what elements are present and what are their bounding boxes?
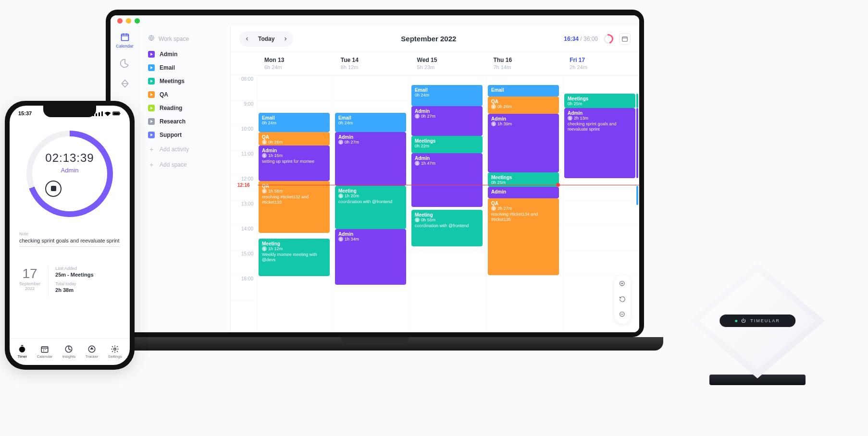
tab-tracker[interactable]: Tracker [86, 345, 99, 359]
day-column-mon[interactable]: Email0h 24mQA$0h 26mAdmin$1h 15msetting … [258, 75, 334, 332]
activity-item[interactable]: QA [144, 88, 225, 101]
today-button[interactable]: Today [253, 36, 279, 42]
activity-label: Support [160, 132, 182, 138]
calendar-event[interactable]: Admin [488, 187, 559, 198]
timer-value: 02:13:39 [45, 151, 94, 165]
event-title: Email [338, 115, 403, 121]
event-duration: $1h 12m [262, 246, 326, 251]
billable-icon: $ [491, 104, 496, 109]
add-activity-label: Add activity [160, 146, 189, 153]
event-title: Meeting [415, 212, 479, 218]
event-duration: $2h 13m [568, 116, 632, 121]
tab-settings[interactable]: Settings [108, 345, 122, 359]
billable-icon: $ [262, 246, 267, 251]
event-duration: 0h 22m [415, 144, 479, 148]
day-header[interactable]: Tue 148h 12m [334, 52, 410, 75]
day-column-tue[interactable]: Email0h 24mAdmin$0h 27mMeeting$1h 20mcoo… [334, 75, 410, 332]
activity-item[interactable]: Meetings [144, 74, 225, 88]
tab-calendar[interactable]: Calendar [37, 345, 52, 359]
rail-calendar-label: Calendar [116, 44, 134, 48]
traffic-light-close[interactable] [117, 18, 123, 24]
event-title: Admin [415, 156, 479, 161]
billable-icon: $ [338, 140, 343, 145]
tracker-octahedron: ⏻ TIMEULAR [690, 263, 825, 378]
zoom-in-button[interactable] [616, 278, 629, 290]
hour-label: 9:00 [231, 100, 257, 125]
billable-icon: $ [415, 161, 420, 166]
mini-event-bar [636, 94, 638, 108]
day-header[interactable]: Fri 172h 24m [563, 52, 639, 75]
activity-item[interactable]: Research [144, 115, 225, 128]
day-column-wed[interactable]: Email0h 24mAdmin$0h 27mMeetings0h 22mAdm… [410, 75, 487, 332]
stop-button[interactable] [45, 181, 62, 197]
calendar-event[interactable]: Admin$0h 27m [335, 132, 406, 186]
event-note: resolving #ticket132 and #ticket133 [262, 194, 326, 205]
event-note: setting up sprint for momee [262, 159, 326, 164]
tab-timer[interactable]: Timer [17, 345, 27, 359]
calendar-event[interactable]: Admin$1h 39m [488, 114, 559, 172]
next-button[interactable] [279, 33, 292, 45]
day-header[interactable]: Mon 136h 24m [258, 52, 334, 75]
note-input[interactable]: checking sprint goals and reevaluate spr… [19, 238, 120, 247]
status-led-icon [735, 320, 737, 322]
activity-item[interactable]: Admin [144, 48, 225, 61]
day-header[interactable]: Wed 155h 23m [410, 52, 487, 75]
summary-info: Last Added 25m - Meetings Total today 2h… [48, 266, 120, 297]
event-duration: $1h 56m [262, 189, 326, 194]
calendar-event[interactable]: Meeting$1h 12mWeekly momee meeting with … [259, 239, 330, 276]
event-note: checking sprint goals and reevaluate spr… [568, 121, 632, 132]
event-duration: $1h 39m [491, 121, 556, 126]
laptop-screen: Calendar [106, 10, 644, 337]
view-toggle-button[interactable] [619, 33, 631, 45]
activity-item[interactable]: Reading [144, 101, 225, 115]
calendar-event[interactable]: QA$2h 27mresolving #ticket134 and #ticke… [488, 198, 559, 275]
event-duration: 0h 24m [262, 121, 326, 125]
calendar-event[interactable]: Meetings0h 22m [411, 136, 483, 153]
event-duration: $1h 34m [338, 237, 403, 242]
add-space-button[interactable]: + Add space [144, 157, 225, 172]
svg-rect-2 [622, 36, 628, 41]
activity-item[interactable]: Email [144, 61, 225, 74]
calendar-event[interactable]: Meeting$1h 20mcoordination with @fronten… [335, 186, 406, 229]
calendar-event[interactable]: Admin$0h 27m [411, 106, 483, 136]
event-title: Email [415, 87, 479, 93]
svg-rect-8 [41, 347, 48, 352]
tab-insights[interactable]: Insights [62, 345, 76, 359]
calendar-event[interactable]: QA$0h 26m [259, 132, 330, 145]
add-activity-button[interactable]: + Add activity [144, 142, 225, 157]
calendar-event[interactable]: Meetings0h 25m [564, 94, 635, 108]
rail-tracker[interactable] [120, 78, 130, 89]
zoom-reset-button[interactable] [616, 293, 629, 305]
calendar-event[interactable]: Email0h 24m [411, 85, 483, 106]
traffic-light-zoom[interactable] [135, 18, 140, 24]
calendar-event[interactable]: Email0h 24m [335, 113, 406, 132]
calendar-event[interactable]: Email0h 24m [259, 113, 330, 132]
day-column-thu[interactable]: EmailQA$0h 26mAdmin$1h 39mMeetings0h 25m… [487, 75, 563, 332]
activity-label: Research [160, 118, 186, 125]
calendar-event[interactable]: Admin$1h 15msetting up sprint for momee [259, 145, 330, 181]
day-total: 7h 14m [493, 64, 556, 70]
activity-item[interactable]: Support [144, 128, 225, 142]
prev-button[interactable] [241, 33, 253, 45]
calendar-event[interactable]: Meeting$0h 56mcoordination with @fronten… [411, 210, 483, 246]
day-header[interactable]: Thu 167h 14m [486, 52, 563, 75]
calendar-event[interactable]: Email [488, 85, 559, 97]
calendar-event[interactable]: Admin$2h 13mchecking sprint goals and re… [564, 108, 635, 178]
event-duration: $2h 27m [491, 206, 556, 211]
pie-chart-icon [120, 58, 130, 69]
hour-label: 11:00 [231, 150, 257, 175]
rail-reports[interactable] [120, 58, 130, 69]
rail-calendar[interactable]: Calendar [116, 32, 134, 48]
workspace-header[interactable]: Work space [144, 32, 225, 46]
laptop-frame: Calendar [106, 10, 644, 351]
day-label: Thu 16 [493, 57, 556, 63]
zoom-out-button[interactable] [616, 308, 629, 321]
calendar-event[interactable]: Admin$1h 34m [335, 229, 406, 285]
svg-point-11 [114, 348, 116, 351]
billable-icon: $ [491, 206, 496, 211]
traffic-light-minimize[interactable] [126, 18, 131, 24]
calendar-event[interactable]: Admin$1h 47m [411, 153, 483, 207]
calendar-event[interactable]: QA$0h 26m [488, 97, 559, 114]
calendar-event[interactable]: QA$1h 56mresolving #ticket132 and #ticke… [259, 181, 330, 233]
activity-label: Admin [160, 51, 177, 58]
